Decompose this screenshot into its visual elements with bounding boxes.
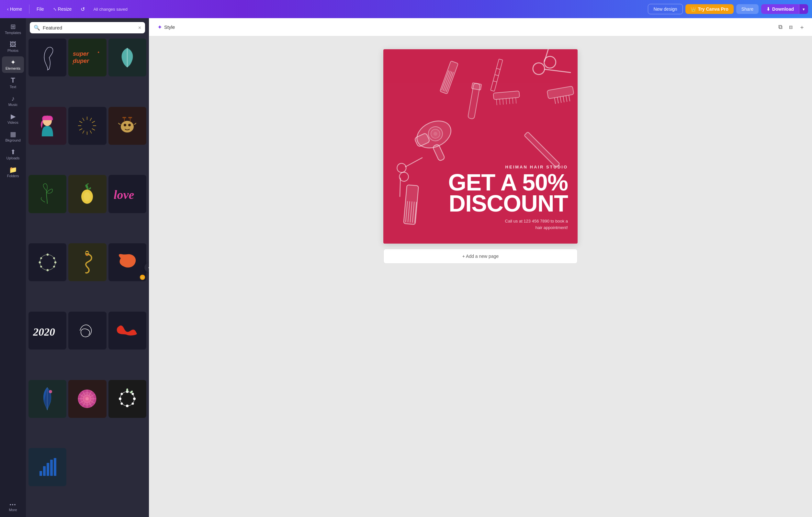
element-blue-bars[interactable]: [28, 448, 66, 486]
svg-point-19: [124, 124, 126, 126]
element-2020[interactable]: 2020: [28, 311, 66, 350]
element-sunburst[interactable]: [68, 107, 106, 145]
svg-line-78: [536, 49, 560, 61]
svg-text:love: love: [114, 188, 134, 201]
element-woman[interactable]: [28, 107, 66, 145]
svg-rect-72: [47, 463, 49, 476]
element-sloth[interactable]: [109, 107, 146, 145]
style-sparkle-icon: ✦: [157, 24, 162, 31]
undo-button[interactable]: ↺: [77, 4, 88, 14]
share-button[interactable]: Share: [736, 4, 759, 14]
download-caret-button[interactable]: ▾: [799, 4, 808, 14]
canvas-toolbar: ✦ Style ⧉ ⧇ ＋: [149, 18, 812, 36]
element-snake[interactable]: [68, 243, 106, 281]
element-floral-wreath[interactable]: [28, 243, 66, 281]
search-input[interactable]: [43, 25, 136, 30]
svg-line-93: [566, 96, 567, 102]
element-lemon[interactable]: [68, 175, 106, 213]
uploads-icon: ⬆: [10, 149, 16, 155]
svg-point-29: [47, 254, 49, 255]
new-design-button[interactable]: New design: [648, 4, 683, 14]
svg-point-68: [126, 388, 128, 392]
svg-line-13: [83, 131, 84, 133]
card-text-area: HEIMAN HAIR STUDIO GET A 50% DISCOUNT Ca…: [448, 165, 568, 230]
style-button[interactable]: ✦ Style: [154, 22, 178, 33]
svg-line-103: [405, 152, 423, 172]
svg-point-33: [47, 269, 49, 271]
canvas-scroll[interactable]: HEIMAN HAIR STUDIO GET A 50% DISCOUNT Ca…: [149, 36, 812, 517]
element-flower-wreath[interactable]: [109, 380, 146, 418]
svg-point-64: [126, 405, 128, 407]
sidebar-item-more[interactable]: ••• More: [2, 500, 24, 514]
file-button[interactable]: File: [33, 4, 47, 13]
background-icon: ▦: [10, 131, 16, 137]
discount-headline: GET A 50% DISCOUNT: [448, 172, 568, 214]
resize-button[interactable]: ⤡ Resize: [50, 4, 75, 13]
search-clear-button[interactable]: ×: [138, 25, 141, 31]
music-icon: ♪: [11, 95, 14, 102]
svg-line-89: [555, 98, 556, 104]
svg-point-62: [133, 398, 136, 400]
element-blue-feather[interactable]: [28, 380, 66, 418]
duplicate-page-button[interactable]: ⧉: [776, 21, 784, 33]
crown-icon: 👑: [691, 6, 696, 12]
sidebar-item-videos[interactable]: ▶ Videos: [2, 110, 24, 127]
canvas-area: ✦ Style ⧉ ⧇ ＋: [149, 18, 812, 517]
download-button[interactable]: ⬇ Download: [761, 4, 799, 14]
home-button[interactable]: ‹ Home: [4, 4, 25, 13]
element-bird[interactable]: [28, 38, 66, 77]
sidebar-item-uploads[interactable]: ⬆ Uploads: [2, 146, 24, 163]
svg-line-115: [503, 99, 503, 105]
svg-text:✦: ✦: [72, 62, 74, 65]
element-red-wave[interactable]: [109, 311, 146, 350]
element-superduper[interactable]: super duper ✦ ✦: [68, 38, 106, 77]
sidebar-item-folders[interactable]: 📁 Folders: [2, 164, 24, 181]
try-pro-button[interactable]: 👑 Try Canva Pro: [686, 4, 734, 14]
element-leaf[interactable]: [109, 38, 146, 77]
svg-point-34: [40, 266, 42, 267]
copy-page-button[interactable]: ⧇: [787, 21, 794, 33]
add-page-button[interactable]: + Add a new page: [383, 249, 578, 264]
sidebar-item-photos[interactable]: 🖼 Photos: [2, 38, 24, 55]
svg-line-94: [569, 95, 570, 101]
svg-text:super: super: [73, 51, 89, 57]
svg-line-113: [496, 100, 497, 105]
sidebar-item-music[interactable]: ♪ Music: [2, 93, 24, 109]
main-area: ⊞ Templates 🖼 Photos ✦ Elements T Text ♪…: [0, 18, 812, 517]
copy-icon: ⧇: [789, 24, 792, 30]
folders-icon: 📁: [9, 166, 17, 173]
svg-rect-73: [50, 460, 53, 476]
search-icon: 🔍: [34, 25, 40, 31]
chevron-down-icon: ▾: [803, 7, 805, 12]
svg-line-11: [90, 131, 92, 133]
svg-point-41: [49, 390, 52, 393]
element-mandala[interactable]: [68, 380, 106, 418]
svg-line-90: [557, 97, 558, 103]
element-orange-blob[interactable]: 👑: [109, 243, 146, 281]
design-card[interactable]: HEIMAN HAIR STUDIO GET A 50% DISCOUNT Ca…: [383, 49, 578, 244]
svg-line-118: [513, 98, 513, 104]
svg-point-30: [53, 257, 55, 259]
sidebar-item-elements[interactable]: ✦ Elements: [2, 56, 24, 73]
svg-line-85: [496, 69, 500, 69]
text-icon: T: [11, 77, 15, 84]
svg-point-28: [40, 254, 55, 270]
svg-rect-97: [433, 144, 445, 161]
element-hand-plant[interactable]: [28, 175, 66, 213]
svg-point-36: [40, 257, 42, 259]
home-chevron-icon: ‹: [7, 6, 9, 12]
add-page-icon-button[interactable]: ＋: [797, 21, 807, 33]
sidebar-item-templates[interactable]: ⊞ Templates: [2, 21, 24, 37]
sidebar-item-background[interactable]: ▦ Bkground: [2, 128, 24, 145]
canvas-content: HEIMAN HAIR STUDIO GET A 50% DISCOUNT Ca…: [383, 49, 578, 264]
sidebar-item-text[interactable]: T Text: [2, 74, 24, 91]
search-bar: 🔍 ×: [26, 18, 149, 36]
svg-line-119: [516, 98, 516, 104]
svg-point-67: [121, 393, 123, 395]
svg-text:✦: ✦: [97, 51, 100, 54]
svg-rect-79: [440, 61, 459, 94]
svg-line-92: [563, 96, 564, 102]
element-love-script[interactable]: love: [109, 175, 146, 213]
element-scribble[interactable]: [68, 311, 106, 350]
svg-line-14: [79, 129, 82, 130]
